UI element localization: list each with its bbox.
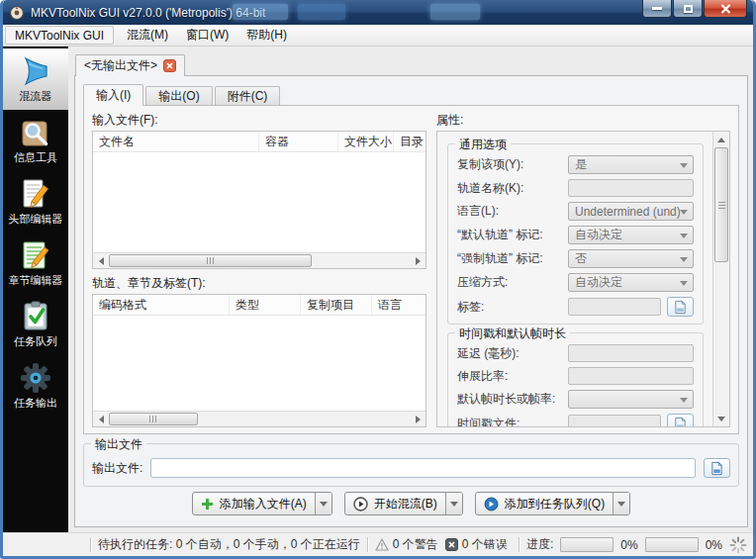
tab-close-icon[interactable] (163, 59, 176, 72)
scroll-left-icon[interactable] (93, 253, 109, 268)
minimize-button[interactable] (642, 0, 672, 18)
sidebar-item-label: 混流器 (20, 89, 52, 104)
stretch-by-input[interactable] (568, 367, 694, 385)
scroll-right-icon[interactable] (410, 253, 425, 268)
tab-output[interactable]: 输出(O) (145, 86, 212, 106)
default-duration-select[interactable] (568, 390, 694, 409)
sidebar-item-job-queue[interactable]: 任务队列 (3, 294, 68, 355)
column-header-type[interactable]: 类型 (230, 295, 301, 315)
tags-input[interactable] (568, 298, 661, 316)
start-muxing-main[interactable]: 开始混流(B) (345, 493, 445, 514)
compression-select[interactable]: 自动决定 (568, 273, 694, 292)
copy-item-select[interactable]: 是 (568, 155, 694, 174)
output-file-label: 输出文件: (92, 460, 142, 477)
statusbar-separator (90, 537, 91, 552)
forced-track-select[interactable]: 否 (568, 249, 694, 268)
merge-tool-icon (20, 55, 51, 87)
output-browse-button[interactable] (704, 458, 730, 478)
title-bar[interactable]: MKVToolNix GUI v27.0.0 ('Metropolis') 64… (3, 0, 753, 25)
properties-vscrollbar[interactable] (712, 132, 729, 426)
tab-label: <无输出文件> (84, 57, 157, 74)
column-header-codec[interactable]: 编码格式 (93, 295, 230, 315)
vscroll-thumb[interactable] (714, 147, 728, 262)
scroll-up-icon[interactable] (713, 132, 729, 147)
sidebar-item-info-tool[interactable]: 信息工具 (3, 110, 68, 171)
scroll-grip (149, 416, 157, 422)
field-label: 压缩方式: (457, 274, 562, 291)
hscroll-track[interactable] (198, 412, 410, 426)
tracks-body[interactable] (93, 316, 425, 411)
track-name-input[interactable] (568, 179, 694, 197)
job-output-icon (20, 362, 51, 394)
sidebar-item-merge-tool[interactable]: 混流器 (3, 48, 68, 110)
menu-help[interactable]: 帮助(H) (237, 26, 296, 45)
progress-label: 进度: (526, 536, 553, 553)
app-window: MKVToolNix GUI v27.0.0 ('Metropolis') 64… (0, 0, 756, 559)
menu-mkvtoolnix-gui[interactable]: MKVToolNix GUI (5, 26, 114, 45)
sidebar-item-chapter-editor[interactable]: 章节编辑器 (3, 233, 68, 294)
vscroll-track[interactable] (713, 262, 729, 411)
scroll-down-icon[interactable] (713, 411, 729, 426)
tracks-hscrollbar[interactable] (93, 411, 425, 426)
scroll-left-icon[interactable] (93, 412, 109, 426)
add-source-files-dropdown[interactable] (315, 493, 331, 514)
hscroll-track[interactable] (312, 253, 410, 268)
add-source-files-button[interactable]: 添加输入文件(A) (192, 492, 332, 515)
queue-progress-bar (645, 537, 699, 552)
menu-merge[interactable]: 混流(M) (118, 26, 177, 45)
column-header-filesize[interactable]: 文件大小 (338, 132, 394, 151)
hscroll-thumb[interactable] (109, 254, 312, 267)
language-select[interactable]: Undetermined (und) (568, 202, 694, 221)
start-muxing-button[interactable]: 开始混流(B) (344, 492, 463, 515)
timestamp-browse-button[interactable] (667, 414, 694, 426)
minimize-icon (652, 7, 662, 10)
column-header-language[interactable]: 语言 (372, 295, 425, 315)
input-files-table[interactable]: 文件名 容器 文件大小 目录 (92, 131, 426, 269)
input-files-hscrollbar[interactable] (93, 252, 425, 268)
sidebar-item-label: 任务队列 (14, 334, 57, 349)
column-header-filename[interactable]: 文件名 (93, 132, 259, 151)
document-tab-bar: <无输出文件> (74, 52, 748, 75)
field-label: 轨道名称(K): (457, 180, 562, 197)
add-to-job-queue-dropdown[interactable] (613, 493, 629, 514)
current-job-progress-value: 0% (620, 538, 637, 552)
sidebar-item-header-editor[interactable]: 头部编辑器 (3, 171, 68, 233)
scroll-right-icon[interactable] (410, 412, 425, 426)
tab-no-output-file[interactable]: <无输出文件> (75, 54, 185, 76)
chevron-down-icon (680, 281, 688, 286)
menu-window[interactable]: 窗口(W) (177, 26, 237, 45)
column-header-container[interactable]: 容器 (259, 132, 338, 151)
tab-input[interactable]: 输入(I) (83, 84, 143, 106)
titlebar-decoration (298, 4, 345, 20)
tab-attachments[interactable]: 附件(C) (215, 86, 281, 106)
column-header-directory[interactable]: 目录 (394, 132, 425, 151)
field-label: 延迟 (毫秒): (457, 345, 562, 362)
add-to-job-queue-button[interactable]: 添加到任务队列(Q) (475, 492, 630, 515)
progress-group: 进度: 0% 0% (519, 536, 747, 554)
input-files-body[interactable] (93, 152, 425, 252)
titlebar-decoration (233, 4, 288, 20)
button-label: 开始混流(B) (374, 496, 437, 512)
field-label: 标签: (457, 299, 562, 316)
delay-input[interactable] (568, 344, 694, 362)
maximize-button[interactable] (673, 0, 703, 18)
hscroll-thumb[interactable] (109, 413, 198, 425)
tracks-table[interactable]: 编码格式 类型 复制项目 语言 (92, 294, 426, 427)
current-job-progress-bar (560, 537, 614, 552)
window-title: MKVToolNix GUI v27.0.0 ('Metropolis') 64… (31, 6, 265, 20)
add-to-job-queue-main[interactable]: 添加到任务队列(Q) (476, 493, 613, 514)
column-header-copy-item[interactable]: 复制项目 (301, 295, 372, 315)
warning-icon (375, 538, 389, 551)
tags-browse-button[interactable] (667, 297, 694, 317)
field-forced-track-flag: “强制轨道” 标记: 否 (457, 249, 694, 268)
close-button[interactable] (704, 0, 747, 18)
maximize-icon (684, 5, 693, 13)
sidebar-item-job-output[interactable]: 任务输出 (3, 355, 68, 417)
app-icon (9, 5, 25, 21)
output-file-input[interactable] (150, 458, 696, 478)
default-track-select[interactable]: 自动决定 (568, 226, 694, 244)
timestamp-file-input[interactable] (568, 415, 661, 426)
input-files-header-row: 文件名 容器 文件大小 目录 (93, 132, 425, 152)
start-muxing-dropdown[interactable] (445, 493, 462, 514)
add-source-files-main[interactable]: 添加输入文件(A) (193, 493, 315, 514)
